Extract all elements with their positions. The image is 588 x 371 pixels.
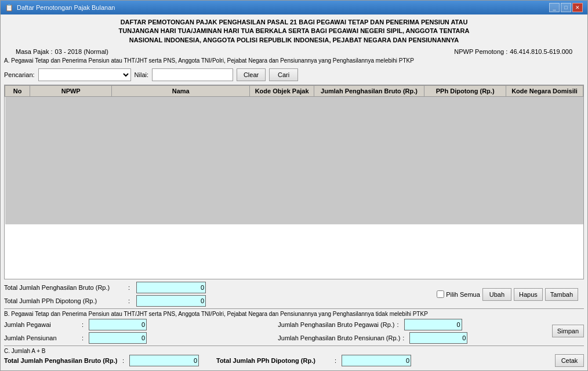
minimize-button[interactable]: _ <box>549 3 560 12</box>
section-c-content: Total Jumlah Penghasilan Bruto (Rp.) : T… <box>4 354 584 367</box>
col-pph-dipotong: PPh Dipotong (Rp.) <box>424 86 506 97</box>
pilih-semua-checkbox[interactable] <box>437 290 444 298</box>
content-area: DAFTAR PEMOTONGAN PAJAK PENGHASILAN PASA… <box>1 14 587 370</box>
col-kode-negara: Kode Negara Domisili <box>506 86 583 97</box>
bruto-pegawai-colon: : <box>397 321 402 328</box>
c-pph-colon: : <box>335 357 339 364</box>
bruto-pensiun-colon: : <box>402 334 407 341</box>
pph-total-row: Total Jumlah PPh Dipotong (Rp.) : <box>4 295 206 307</box>
pensiun-row: Jumlah Pensiunan : <box>4 332 272 344</box>
hapus-button[interactable]: Hapus <box>514 288 543 301</box>
bruto-total-input[interactable] <box>136 282 206 293</box>
section-a-label: A. Pegawai Tetap dan Penerima Pensiun at… <box>4 57 584 64</box>
tambah-button[interactable]: Tambah <box>545 288 578 301</box>
maximize-button[interactable]: □ <box>561 3 571 12</box>
section-b: B. Pegawai Tetap dan Penerima Pensiun at… <box>4 308 584 344</box>
data-table-wrapper[interactable]: No NPWP Nama Kode Objek Pajak Jumlah Pen… <box>4 85 584 279</box>
data-table: No NPWP Nama Kode Objek Pajak Jumlah Pen… <box>5 85 583 224</box>
bruto-pegawai-label: Jumlah Penghasilan Bruto Pegawai (Rp.) <box>278 321 394 328</box>
ubah-button[interactable]: Ubah <box>482 288 511 301</box>
totals-left: Total Jumlah Penghasilan Bruto (Rp.) : T… <box>4 282 206 307</box>
pensiun-label: Jumlah Pensiunan <box>4 334 79 341</box>
col-npwp: NPWP <box>30 86 112 97</box>
pph-total-input[interactable] <box>136 295 206 307</box>
c-bruto-label: Total Jumlah Penghasilan Bruto (Rp.) <box>4 357 120 364</box>
pensiun-input[interactable] <box>89 332 147 344</box>
cari-button[interactable]: Cari <box>269 68 298 81</box>
totals-row: Total Jumlah Penghasilan Bruto (Rp.) : T… <box>4 282 584 307</box>
bruto-total-row: Total Jumlah Penghasilan Bruto (Rp.) : <box>4 282 206 293</box>
title-bar: 📋 Daftar Pemotongan Pajak Bulanan _ □ ✕ <box>1 1 587 14</box>
pilih-semua-label: Pilih Semua <box>446 291 480 298</box>
clear-button[interactable]: Clear <box>237 68 266 81</box>
masa-pajak-label: Masa Pajak : <box>16 48 53 55</box>
col-kode-objek: Kode Objek Pajak <box>250 86 314 97</box>
c-pph-input[interactable] <box>342 355 411 366</box>
c-bruto-input[interactable] <box>129 355 199 366</box>
c-bruto-field: Total Jumlah Penghasilan Bruto (Rp.) : <box>4 355 199 366</box>
section-c-row: Total Jumlah Penghasilan Bruto (Rp.) : T… <box>4 355 411 366</box>
totals-right: Pilih Semua Ubah Hapus Tambah <box>437 288 584 301</box>
npwp-value: 46.414.810.5-619.000 <box>510 48 572 55</box>
masa-npwp-row: Masa Pajak : 03 - 2018 (Normal) NPWP Pem… <box>4 48 584 55</box>
bruto-pensiun-input[interactable] <box>409 332 467 344</box>
masa-pajak-value: 03 - 2018 (Normal) <box>55 48 108 55</box>
window-icon: 📋 <box>5 4 13 12</box>
bruto-pensiun-row: Jumlah Penghasilan Bruto Pensiunan (Rp.)… <box>278 332 546 344</box>
bottom-section: Total Jumlah Penghasilan Bruto (Rp.) : T… <box>4 282 584 367</box>
window-title: Daftar Pemotongan Pajak Bulanan <box>17 4 115 11</box>
cetak-button[interactable]: Cetak <box>555 354 584 367</box>
pegawai-label: Jumlah Pegawai <box>4 321 79 328</box>
bruto-total-label: Total Jumlah Penghasilan Bruto (Rp.) <box>4 284 126 291</box>
close-button[interactable]: ✕ <box>572 3 583 12</box>
bruto-pensiun-label: Jumlah Penghasilan Bruto Pensiunan (Rp.) <box>278 334 400 341</box>
pph-colon: : <box>128 297 134 304</box>
window-controls: _ □ ✕ <box>549 3 583 12</box>
pensiun-colon: : <box>82 334 86 341</box>
pegawai-colon: : <box>82 321 86 328</box>
pegawai-row: Jumlah Pegawai : <box>4 319 272 330</box>
main-window: 📋 Daftar Pemotongan Pajak Bulanan _ □ ✕ … <box>0 0 588 371</box>
col-no: No <box>5 86 30 97</box>
c-bruto-colon: : <box>122 357 127 364</box>
nilai-label: Nilai: <box>135 71 148 78</box>
nilai-input[interactable] <box>152 68 233 81</box>
section-b-fields: Jumlah Pegawai : Jumlah Penghasilan Brut… <box>4 319 546 344</box>
bruto-pegawai-row: Jumlah Penghasilan Bruto Pegawai (Rp.) : <box>278 319 546 330</box>
c-pph-label: Total Jumlah PPh Dipotong (Rp.) <box>216 357 332 364</box>
pph-total-label: Total Jumlah PPh Dipotong (Rp.) <box>4 297 126 304</box>
pegawai-input[interactable] <box>89 319 147 330</box>
pencarian-label: Pencarian: <box>4 71 35 78</box>
main-title: DAFTAR PEMOTONGAN PAJAK PENGHASILAN PASA… <box>4 18 584 45</box>
section-c: C. Jumlah A + B Total Jumlah Penghasilan… <box>4 345 584 367</box>
bruto-pegawai-input[interactable] <box>404 319 462 330</box>
section-b-label: B. Pegawai Tetap dan Penerima Pensiun at… <box>4 311 584 317</box>
simpan-button[interactable]: Simpan <box>552 325 584 337</box>
col-jumlah-bruto: Jumlah Penghasilan Bruto (Rp.) <box>314 86 424 97</box>
pencarian-select[interactable] <box>38 68 131 81</box>
c-pph-field: Total Jumlah PPh Dipotong (Rp.) : <box>216 355 411 366</box>
section-c-label-top: C. Jumlah A + B <box>4 348 584 354</box>
search-row: Pencarian: Nilai: Clear Cari <box>4 68 584 81</box>
col-nama: Nama <box>112 86 250 97</box>
bruto-colon: : <box>128 284 134 291</box>
npwp-label: NPWP Pemotong : <box>454 48 507 55</box>
